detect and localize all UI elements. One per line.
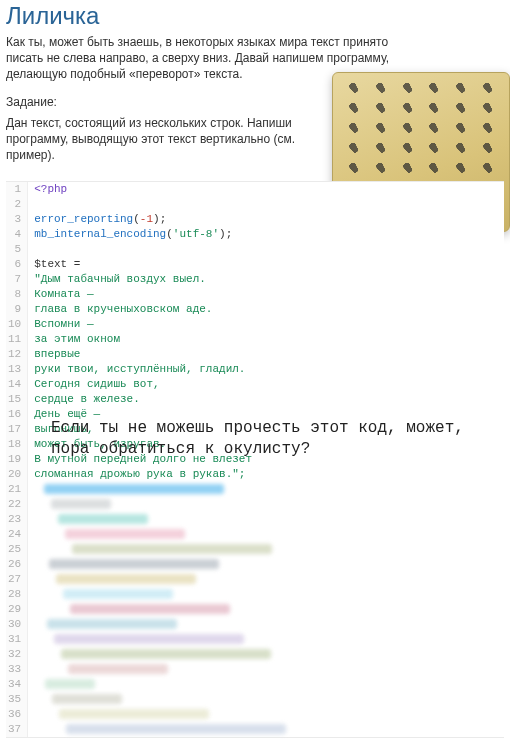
line-number: 19 <box>6 452 28 467</box>
code-line-blurred: 35 <box>6 692 504 707</box>
blurred-content <box>28 512 504 527</box>
code-content: впервые <box>28 347 504 362</box>
code-line: 1<?php <box>6 182 504 197</box>
code-content: глава в крученыховском аде. <box>28 302 504 317</box>
code-line: 18может быть, изругав. <box>6 437 504 452</box>
blurred-content <box>28 647 504 662</box>
code-line: 5 <box>6 242 504 257</box>
code-line-blurred: 21 <box>6 482 504 497</box>
code-line-blurred: 23 <box>6 512 504 527</box>
code-content: error_reporting(-1); <box>28 212 504 227</box>
line-number: 4 <box>6 227 28 242</box>
line-number: 8 <box>6 287 28 302</box>
blurred-content <box>28 662 504 677</box>
line-number: 20 <box>6 467 28 482</box>
code-line: 2 <box>6 197 504 212</box>
line-number: 6 <box>6 257 28 272</box>
line-number: 25 <box>6 542 28 557</box>
code-content <box>28 242 504 257</box>
code-content: mb_internal_encoding('utf-8'); <box>28 227 504 242</box>
page: Лиличка Как ты, может быть знаешь, в нек… <box>0 2 510 741</box>
code-content <box>28 197 504 212</box>
line-number: 28 <box>6 587 28 602</box>
code-line: 17выгонишь, <box>6 422 504 437</box>
line-number: 14 <box>6 377 28 392</box>
code-content: за этим окном <box>28 332 504 347</box>
code-line: 12впервые <box>6 347 504 362</box>
blurred-content <box>28 587 504 602</box>
blurred-content <box>28 497 504 512</box>
line-number: 11 <box>6 332 28 347</box>
code-content: В мутной передней долго не влезет <box>28 452 504 467</box>
code-content: Сегодня сидишь вот, <box>28 377 504 392</box>
code-content: <?php <box>28 182 504 197</box>
line-number: 36 <box>6 707 28 722</box>
code-line-blurred: 36 <box>6 707 504 722</box>
code-line: 13руки твои, исступлённый, гладил. <box>6 362 504 377</box>
code-line: 10Вспомни — <box>6 317 504 332</box>
blurred-content <box>28 617 504 632</box>
code-line-blurred: 26 <box>6 557 504 572</box>
line-number: 26 <box>6 557 28 572</box>
code-line: 11за этим окном <box>6 332 504 347</box>
code-content: сердце в железе. <box>28 392 504 407</box>
line-number: 17 <box>6 422 28 437</box>
page-title: Лиличка <box>6 2 504 30</box>
task-body: Дан текст, состоящий из нескольких строк… <box>6 115 296 164</box>
line-number: 37 <box>6 722 28 737</box>
line-number: 27 <box>6 572 28 587</box>
line-number: 10 <box>6 317 28 332</box>
code-line-blurred: 27 <box>6 572 504 587</box>
code-content: сломанная дрожью рука в рукав."; <box>28 467 504 482</box>
blurred-content <box>28 722 504 737</box>
code-line: 8Комната — <box>6 287 504 302</box>
blurred-content <box>28 542 504 557</box>
code-content: Комната — <box>28 287 504 302</box>
code-block: 1<?php23error_reporting(-1);4mb_internal… <box>6 181 504 738</box>
code-line: 6$text = <box>6 257 504 272</box>
line-number: 33 <box>6 662 28 677</box>
line-number: 34 <box>6 677 28 692</box>
code-line-blurred: 33 <box>6 662 504 677</box>
blurred-content <box>28 692 504 707</box>
blurred-content <box>28 527 504 542</box>
code-line: 20сломанная дрожью рука в рукав."; <box>6 467 504 482</box>
line-number: 9 <box>6 302 28 317</box>
line-number: 5 <box>6 242 28 257</box>
code-line-blurred: 24 <box>6 527 504 542</box>
line-number: 1 <box>6 182 28 197</box>
code-line: 9глава в крученыховском аде. <box>6 302 504 317</box>
line-number: 18 <box>6 437 28 452</box>
line-number: 24 <box>6 527 28 542</box>
code-content: может быть, изругав. <box>28 437 504 452</box>
blurred-content <box>28 482 504 497</box>
code-line: 15сердце в железе. <box>6 392 504 407</box>
code-content: руки твои, исступлённый, гладил. <box>28 362 504 377</box>
code-line-blurred: 29 <box>6 602 504 617</box>
blurred-content <box>28 602 504 617</box>
code-line-blurred: 31 <box>6 632 504 647</box>
line-number: 31 <box>6 632 28 647</box>
line-number: 12 <box>6 347 28 362</box>
code-line-blurred: 22 <box>6 497 504 512</box>
code-line: 14Сегодня сидишь вот, <box>6 377 504 392</box>
line-number: 32 <box>6 647 28 662</box>
line-number: 21 <box>6 482 28 497</box>
code-line-blurred: 30 <box>6 617 504 632</box>
blurred-content <box>28 572 504 587</box>
line-number: 7 <box>6 272 28 287</box>
line-number: 13 <box>6 362 28 377</box>
blurred-content <box>28 707 504 722</box>
code-content: Вспомни — <box>28 317 504 332</box>
line-number: 30 <box>6 617 28 632</box>
line-number: 15 <box>6 392 28 407</box>
line-number: 23 <box>6 512 28 527</box>
blurred-content <box>28 632 504 647</box>
line-number: 35 <box>6 692 28 707</box>
code-line-blurred: 25 <box>6 542 504 557</box>
code-line-blurred: 32 <box>6 647 504 662</box>
code-line: 3error_reporting(-1); <box>6 212 504 227</box>
blurred-content <box>28 557 504 572</box>
code-line-blurred: 28 <box>6 587 504 602</box>
code-content: $text = <box>28 257 504 272</box>
